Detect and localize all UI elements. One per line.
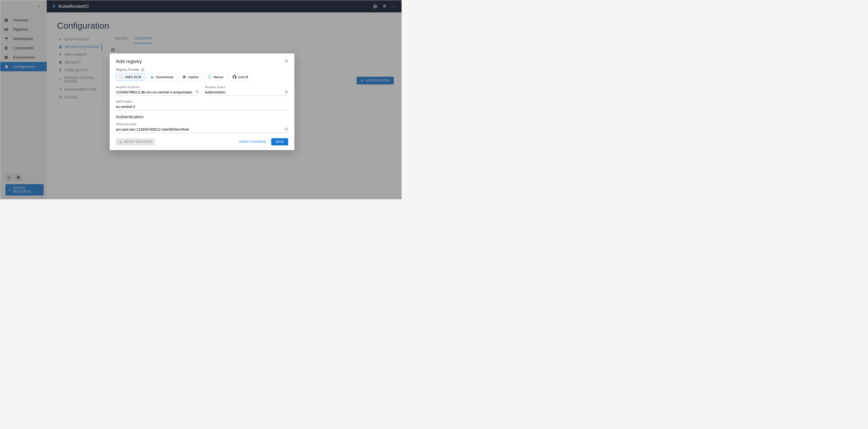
info-icon bbox=[195, 90, 199, 94]
auth-heading: Authentication bbox=[116, 114, 288, 120]
provider-aws-ecr[interactable]: AWS ECR bbox=[116, 73, 145, 81]
close-icon bbox=[284, 59, 289, 63]
endpoint-label: Registry Endpoint bbox=[116, 85, 199, 89]
nexus-icon bbox=[208, 75, 212, 79]
space-label: Registry Space bbox=[205, 85, 288, 89]
svg-rect-37 bbox=[151, 76, 152, 77]
provider-label-row: Registry Provider bbox=[116, 68, 288, 72]
add-registry-modal: Add registry Registry Provider AWS ECR D… bbox=[110, 54, 294, 150]
info-icon bbox=[285, 127, 288, 131]
docker-icon bbox=[150, 75, 154, 79]
svg-point-32 bbox=[143, 69, 143, 69]
aws-icon bbox=[119, 75, 123, 79]
svg-point-45 bbox=[286, 91, 286, 91]
svg-marker-33 bbox=[120, 76, 123, 79]
reset-label: RESET REGISTRY bbox=[124, 140, 152, 144]
provider-nexus[interactable]: Nexus bbox=[204, 73, 226, 81]
svg-rect-34 bbox=[151, 77, 151, 77]
app-frame: KubeRocketCI Overview Pipelines Marke bbox=[0, 0, 402, 199]
irsa-label: IRSA Role ARN bbox=[116, 123, 288, 126]
svg-rect-36 bbox=[152, 77, 153, 77]
close-button[interactable] bbox=[284, 59, 289, 63]
region-label: AWS Region bbox=[116, 100, 288, 103]
undo-changes-button[interactable]: UNDO CHANGES bbox=[236, 138, 269, 145]
github-icon bbox=[232, 75, 236, 79]
provider-harbor[interactable]: Harbor bbox=[179, 73, 202, 81]
provider-ghcr[interactable]: GHCR bbox=[229, 73, 252, 81]
endpoint-info-button[interactable] bbox=[195, 90, 199, 94]
space-input[interactable] bbox=[205, 89, 288, 96]
svg-point-42 bbox=[197, 91, 197, 91]
modal-title: Add registry bbox=[116, 59, 288, 64]
provider-label: Registry Provider bbox=[116, 68, 140, 72]
reset-registry-button: RESET REGISTRY bbox=[116, 138, 155, 145]
irsa-input[interactable] bbox=[116, 126, 288, 133]
svg-marker-39 bbox=[208, 76, 211, 79]
warning-icon bbox=[119, 140, 123, 144]
harbor-icon bbox=[182, 75, 186, 79]
irsa-info-button[interactable] bbox=[285, 127, 288, 131]
endpoint-input[interactable] bbox=[116, 89, 199, 96]
space-info-button[interactable] bbox=[285, 90, 288, 94]
provider-chips: AWS ECR DockerHub Harbor Nexus GHCR bbox=[116, 73, 288, 81]
provider-dockerhub[interactable]: DockerHub bbox=[147, 73, 177, 81]
info-icon[interactable] bbox=[141, 68, 145, 72]
save-button[interactable]: SAVE bbox=[271, 138, 288, 145]
info-icon bbox=[285, 90, 288, 94]
region-input[interactable] bbox=[116, 104, 288, 110]
svg-rect-35 bbox=[151, 77, 152, 77]
